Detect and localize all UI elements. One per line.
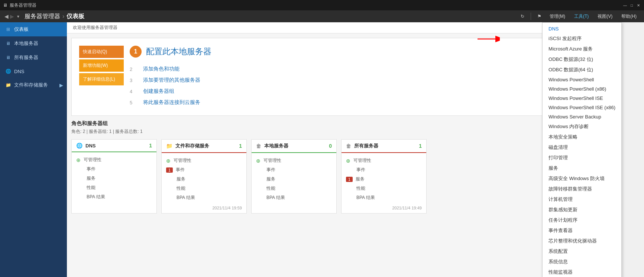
fs-services-row: 服务 [166, 175, 242, 184]
dropdown-item-powershell[interactable]: Windows PowerShell [543, 75, 621, 84]
dropdown-item-perf-monitor[interactable]: 性能监视器 [543, 267, 621, 277]
dropdown-item-computer-mgmt[interactable]: 计算机管理 [543, 194, 621, 205]
ls-services-row: 服务 [256, 175, 332, 184]
dropdown-item-ps-ise[interactable]: Windows PowerShell ISE [543, 94, 621, 103]
dropdown-item-dns[interactable]: DNS [543, 24, 621, 33]
welcome-text: 欢迎使用服务器管理器 [73, 25, 117, 30]
nav-dropdown-button[interactable]: ▼ [16, 14, 20, 19]
local-server-card-icon: 🗑 [256, 143, 261, 149]
as-manageable-row: ⊕ 可管理性 [346, 156, 422, 165]
menu-help[interactable]: 帮助(H) [618, 12, 640, 21]
divider [531, 13, 531, 20]
all-servers-card[interactable]: 🗑 所有服务器 1 ⊕ 可管理性 事件 [341, 139, 427, 214]
file-storage-card-title: 文件和存储服务 [175, 143, 236, 149]
fs-services-label: 服务 [177, 176, 185, 182]
local-server-card-title: 本地服务器 [264, 143, 326, 149]
sidebar-item-dns[interactable]: 🌐 DNS [0, 65, 67, 78]
flag-icon[interactable]: ⚑ [535, 12, 544, 21]
file-storage-card[interactable]: 📁 文件和存储服务 1 ⊕ 可管理性 1 事件 [161, 139, 247, 214]
dropdown-item-task-scheduler[interactable]: 任务计划程序 [543, 215, 621, 225]
as-services-row: 1 服务 [346, 175, 422, 184]
fs-manageable-label: 可管理性 [174, 157, 191, 164]
dropdown-item-odbc32[interactable]: ODBC 数据源(32 位) [543, 54, 621, 65]
dropdown-item-local-security[interactable]: 本地安全策略 [543, 132, 621, 142]
sidebar-item-all-servers[interactable]: 🖥 所有服务器 [0, 50, 67, 65]
file-storage-icon: 📁 [5, 82, 11, 88]
fs-events-badge: 1 [166, 167, 173, 173]
nav-back-button[interactable]: ◀ [4, 13, 9, 19]
menu-tools[interactable]: 工具(T) [571, 12, 592, 21]
dropdown-item-disk-cleanup[interactable]: 磁盘清理 [543, 142, 621, 153]
dropdown-item-sys-info[interactable]: 系统信息 [543, 257, 621, 267]
qs-link-3[interactable]: 添加要管理的其他服务器 [143, 77, 200, 84]
as-services-badge: 1 [346, 177, 353, 182]
menu-view[interactable]: 视图(V) [595, 12, 615, 21]
as-manageable-icon: ⊕ [346, 158, 350, 164]
all-servers-card-count: 1 [419, 143, 422, 149]
close-button[interactable]: ✕ [636, 3, 641, 8]
dns-bpa-label: BPA 结果 [87, 194, 105, 200]
all-servers-card-icon: 🗑 [346, 143, 351, 149]
roles-title: 角色和服务器组 [71, 120, 573, 127]
qs-link-4[interactable]: 创建服务器组 [143, 88, 174, 95]
sidebar-label-all-servers: 所有服务器 [14, 54, 38, 61]
fs-perf-row: 性能 [166, 184, 242, 193]
ls-events-label: 事件 [266, 167, 275, 173]
dns-card-count: 1 [149, 143, 152, 149]
qs-link-5[interactable]: 将此服务器连接到云服务 [143, 99, 200, 106]
fs-manageable-row: ⊕ 可管理性 [166, 156, 242, 165]
quick-start-btn[interactable]: 快速启动(Q) [79, 46, 124, 58]
all-servers-card-header: 🗑 所有服务器 1 [342, 140, 426, 153]
dropdown-item-sys-config[interactable]: 系统配置 [543, 246, 621, 257]
nav-forward-button[interactable]: ▶ [10, 13, 14, 19]
dropdown-item-firewall[interactable]: 高级安全 Windows 防火墙 [543, 173, 621, 184]
dropdown-item-azure[interactable]: Microsoft Azure 服务 [543, 44, 621, 54]
dropdown-item-driver-opt[interactable]: 芯片整理和优化驱动器 [543, 236, 621, 246]
sidebar-item-dashboard[interactable]: ⊞ 仪表板 [0, 22, 67, 36]
dropdown-item-odbc64[interactable]: ODBC 数据源(64 位) [543, 65, 621, 75]
qs-link-2[interactable]: 添加角色和功能 [143, 66, 179, 72]
qs-step-number: 1 [130, 46, 142, 58]
as-events-row: 事件 [346, 165, 422, 175]
dropdown-item-event-viewer[interactable]: 事件查看器 [543, 225, 621, 236]
sidebar-item-file-storage[interactable]: 📁 文件和存储服务 ▶ [0, 78, 67, 92]
fs-perf-label: 性能 [177, 185, 185, 192]
sidebar-label-file-storage: 文件和存储服务 [14, 82, 48, 88]
dropdown-item-print-mgmt[interactable]: 打印管理 [543, 153, 621, 163]
dropdown-item-failover[interactable]: 故障转移群集管理器 [543, 184, 621, 194]
dropdown-item-wsb[interactable]: Windows Server Backup [543, 112, 621, 121]
qs-title: 1 配置此本地服务器 [130, 46, 565, 58]
as-perf-label: 性能 [356, 185, 365, 192]
quick-start-section: 快速启动(Q) 新增功能(W) 了解详细信息(L) 1 配置此本地服务器 [71, 38, 573, 116]
learn-more-btn[interactable]: 了解详细信息(L) [79, 73, 124, 85]
expand-arrow-icon: ▶ [59, 82, 63, 88]
fs-manageable-icon: ⊕ [166, 158, 171, 164]
maximize-button[interactable]: □ [629, 3, 634, 8]
dns-card-body: ⊕ 可管理性 事件 服务 性能 [72, 152, 156, 205]
sidebar-item-local-server[interactable]: 🖥 本地服务器 [0, 36, 67, 50]
new-features-btn[interactable]: 新增功能(W) [79, 59, 124, 72]
dns-perf-row: 性能 [76, 183, 152, 192]
dns-events-row: 事件 [76, 164, 152, 174]
local-server-card-body: ⊕ 可管理性 事件 服务 性能 [252, 153, 336, 205]
dropdown-item-iscsi[interactable]: iSCSI 发起程序 [543, 33, 621, 44]
dns-card[interactable]: 🌐 DNS 1 ⊕ 可管理性 事件 [71, 139, 157, 214]
dropdown-item-mem-diag[interactable]: Windows 内存诊断 [543, 121, 621, 132]
qs-num-5: 5 [130, 100, 137, 105]
refresh-button[interactable]: ↻ [518, 12, 527, 21]
dropdown-item-ps-ise-x86[interactable]: Windows PowerShell ISE (x86) [543, 103, 621, 112]
local-server-card[interactable]: 🗑 本地服务器 0 ⊕ 可管理性 事件 [251, 139, 337, 214]
dropdown-item-cluster-aware[interactable]: 群集感知更新 [543, 205, 621, 215]
titlebar-left: 🖥 服务器管理器 [3, 2, 36, 9]
all-servers-card-title: 所有服务器 [354, 143, 416, 149]
file-storage-card-icon: 📁 [166, 143, 172, 149]
fs-events-label: 事件 [176, 167, 185, 173]
fs-card-footer: 2021/11/4 19:59 [208, 203, 246, 213]
qs-item-3: 3 添加要管理的其他服务器 [130, 75, 565, 86]
dropdown-item-services[interactable]: 服务 [543, 163, 621, 173]
fs-events-row: 1 事件 [166, 165, 242, 175]
minimize-button[interactable]: — [622, 3, 628, 8]
menu-manage[interactable]: 管理(M) [547, 12, 568, 21]
menubar: ◀ ▶ ▼ 服务器管理器 › 仪表板 ↻ ⚑ 管理(M) 工具(T) 视图(V)… [0, 10, 644, 22]
dropdown-item-ps-x86[interactable]: Windows PowerShell (x86) [543, 84, 621, 94]
